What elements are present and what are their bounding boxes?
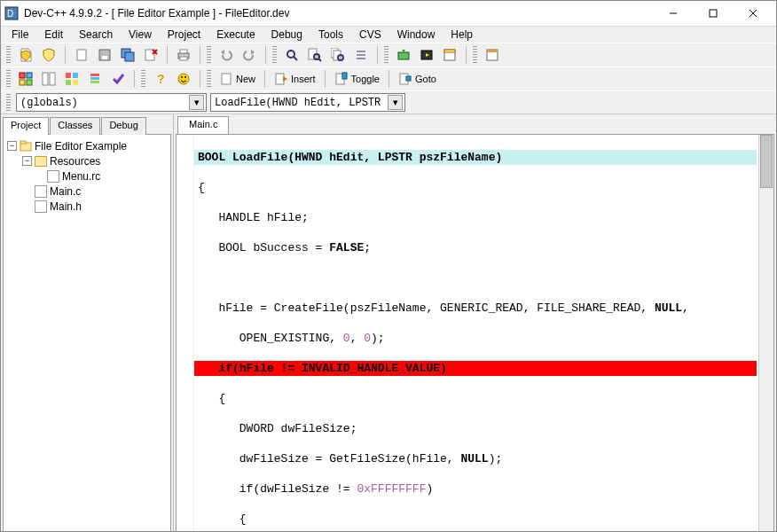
find-button[interactable] [282, 45, 302, 65]
left-panel: Project Classes Debug − File Editor Exam… [1, 114, 174, 532]
about-button[interactable] [174, 69, 193, 89]
compile-run-button[interactable] [440, 45, 459, 65]
insert-button[interactable]: Insert [271, 69, 318, 89]
code-editor[interactable]: BOOL LoadFile(HWND hEdit, LPSTR pszFileN… [176, 134, 774, 532]
menu-file[interactable]: File [4, 27, 35, 43]
code-line: OPEN_EXISTING, 0, 0); [194, 331, 757, 346]
menu-window[interactable]: Window [390, 27, 443, 43]
new-button[interactable]: New [216, 69, 258, 89]
close-file-button[interactable] [141, 45, 161, 65]
titlebar: D Dev-C++ 4.9.9.2 - [ File Editor Exampl… [1, 1, 776, 27]
close-button[interactable] [733, 1, 773, 26]
toolbar-grip[interactable] [141, 70, 145, 88]
compile-icon [396, 48, 411, 62]
undo-button[interactable] [216, 45, 236, 65]
print-button[interactable] [174, 45, 193, 65]
code-line: hFile = CreateFile(pszFileName, GENERIC_… [194, 301, 757, 316]
find-next-button[interactable] [328, 45, 348, 65]
window-tile-button[interactable] [16, 69, 35, 89]
toolbar-grip[interactable] [473, 46, 477, 64]
goto-icon [398, 72, 412, 86]
toggle-button[interactable]: Toggle [332, 69, 382, 89]
window-cascade-button[interactable] [39, 69, 59, 89]
menu-debug[interactable]: Debug [264, 27, 310, 43]
toolbar-grip[interactable] [6, 70, 11, 88]
svg-rect-36 [20, 80, 25, 85]
replace-button[interactable] [305, 45, 325, 65]
code-area[interactable]: BOOL LoadFile(HWND hEdit, LPSTR pszFileN… [194, 135, 758, 532]
svg-rect-3 [710, 10, 717, 17]
save-button[interactable] [95, 45, 114, 65]
code-line: BOOL bSuccess = FALSE; [194, 240, 757, 255]
menu-cvs[interactable]: CVS [352, 27, 388, 43]
scope-combo-input[interactable] [16, 93, 207, 112]
help-button[interactable]: ? [151, 69, 170, 89]
collapse-icon[interactable]: − [7, 141, 17, 151]
svg-rect-41 [73, 73, 78, 78]
tree-file-main-h[interactable]: Main.h [7, 199, 167, 214]
remove-file-button[interactable] [72, 45, 91, 65]
new-source-button[interactable] [16, 45, 35, 65]
toolbar-grip[interactable] [384, 46, 388, 64]
shield-file-icon [19, 48, 33, 62]
run-button[interactable] [417, 45, 436, 65]
check-icon [111, 72, 125, 86]
editor-tab-main-c[interactable]: Main.c [177, 116, 229, 134]
function-combo[interactable] [210, 93, 405, 112]
insert-icon [274, 72, 288, 86]
tab-debug[interactable]: Debug [101, 117, 145, 135]
menu-help[interactable]: Help [443, 27, 480, 43]
goto-line-button[interactable] [351, 45, 371, 65]
project-tree[interactable]: − File Editor Example − Resources Menu.r… [3, 134, 171, 532]
scrollbar-thumb[interactable] [760, 135, 773, 188]
list-color-icon [88, 72, 102, 86]
minimize-button[interactable] [653, 1, 693, 26]
function-combo-input[interactable] [210, 93, 405, 112]
debug-button[interactable] [483, 45, 502, 65]
svg-rect-45 [90, 77, 99, 80]
tree-file-menu-rc[interactable]: Menu.rc [7, 168, 167, 184]
svg-text:D: D [7, 9, 13, 19]
window-list-button[interactable] [85, 69, 105, 89]
save-all-button[interactable] [118, 45, 137, 65]
file-icon [47, 170, 59, 183]
menu-project[interactable]: Project [161, 27, 208, 43]
menu-view[interactable]: View [122, 27, 159, 43]
magnifier-files-icon [331, 48, 345, 62]
goto-button[interactable]: Goto [396, 69, 439, 89]
shield-icon [42, 48, 56, 62]
compile-button[interactable] [394, 45, 413, 65]
check-button[interactable] [108, 69, 128, 89]
redo-button[interactable] [239, 45, 259, 65]
vertical-scrollbar[interactable] [758, 135, 773, 532]
toolbar-grip[interactable] [207, 70, 211, 88]
toolbar-grip[interactable] [6, 46, 11, 64]
toolbar-grip[interactable] [272, 46, 277, 64]
new-project-button[interactable] [39, 45, 59, 65]
svg-point-48 [178, 74, 189, 84]
folder-icon [35, 156, 47, 167]
menu-search[interactable]: Search [72, 27, 120, 43]
window-tile-h-button[interactable] [62, 69, 82, 89]
tile-icon [19, 72, 33, 86]
menu-edit[interactable]: Edit [37, 27, 70, 43]
toolbar-grip[interactable] [207, 46, 211, 64]
svg-rect-44 [90, 74, 99, 76]
toolbar-grip[interactable] [6, 94, 11, 112]
svg-rect-16 [180, 57, 187, 60]
scope-combo[interactable] [16, 93, 207, 112]
tree-root[interactable]: − File Editor Example [7, 138, 167, 153]
tree-file-main-c[interactable]: Main.c [7, 184, 167, 199]
tab-classes[interactable]: Classes [50, 117, 100, 135]
svg-rect-37 [27, 80, 32, 85]
code-line [194, 270, 757, 286]
tree-folder-resources[interactable]: − Resources [7, 153, 167, 168]
menu-execute[interactable]: Execute [209, 27, 262, 43]
menu-tools[interactable]: Tools [311, 27, 350, 43]
collapse-icon[interactable]: − [22, 156, 32, 166]
code-line: dwFileSize = GetFileSize(hFile, NULL); [194, 451, 757, 466]
maximize-button[interactable] [693, 1, 733, 26]
smiley-icon [177, 72, 191, 86]
file-icon [35, 200, 47, 213]
tab-project[interactable]: Project [3, 117, 49, 135]
